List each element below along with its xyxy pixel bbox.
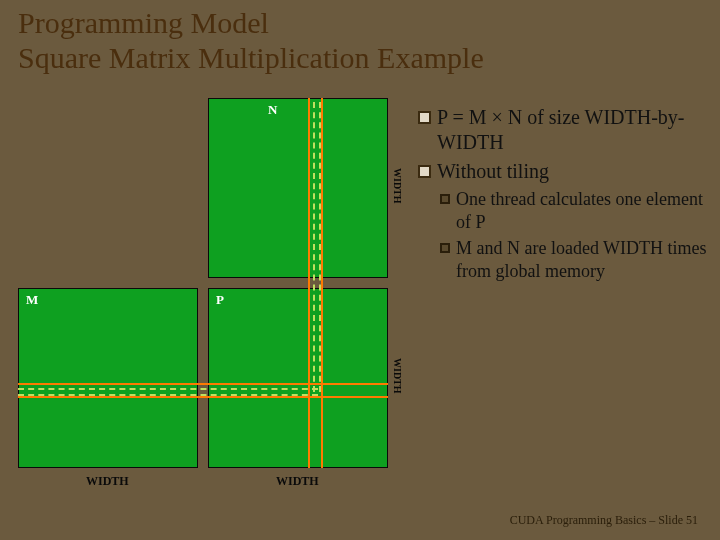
title-line-2: Square Matrix Multiplication Example: [18, 41, 484, 76]
matrix-n: [208, 98, 388, 278]
title-line-1: Programming Model: [18, 6, 484, 41]
row-dash-line: [18, 394, 318, 396]
matrix-diagram: N M P WIDTH WIDTH WIDTH WIDTH: [8, 98, 408, 508]
bullet-text: M and N are loaded WIDTH times from glob…: [456, 237, 708, 282]
sub-bullet-item: M and N are loaded WIDTH times from glob…: [440, 237, 708, 282]
slide-title: Programming Model Square Matrix Multipli…: [18, 6, 484, 75]
slide-footer: CUDA Programming Basics – Slide 51: [510, 513, 698, 528]
bullet-item: Without tiling: [418, 159, 708, 184]
column-dash-line: [319, 102, 321, 392]
matrix-p: [208, 288, 388, 468]
width-label-side-p: WIDTH: [392, 358, 403, 394]
bullet-list: P = M × N of size WIDTH-by-WIDTH Without…: [418, 105, 708, 286]
width-label-bottom-p: WIDTH: [276, 474, 319, 489]
width-label-side-n: WIDTH: [392, 168, 403, 204]
matrix-m: [18, 288, 198, 468]
bullet-icon: [418, 165, 431, 178]
matrix-label-n: N: [268, 102, 277, 118]
bullet-text: P = M × N of size WIDTH-by-WIDTH: [437, 105, 708, 155]
bullet-item: P = M × N of size WIDTH-by-WIDTH: [418, 105, 708, 155]
row-dash-line: [18, 388, 318, 390]
row-highlight-line: [18, 396, 388, 398]
row-highlight-line: [18, 383, 388, 385]
column-highlight-line: [321, 98, 323, 468]
column-dash-line: [313, 102, 315, 392]
bullet-icon: [440, 194, 450, 204]
bullet-text: Without tiling: [437, 159, 549, 184]
bullet-text: One thread calculates one element of P: [456, 188, 708, 233]
matrix-label-m: M: [26, 292, 38, 308]
matrix-label-p: P: [216, 292, 224, 308]
bullet-icon: [440, 243, 450, 253]
column-highlight-line: [308, 98, 310, 468]
width-label-bottom-m: WIDTH: [86, 474, 129, 489]
bullet-icon: [418, 111, 431, 124]
sub-bullet-item: One thread calculates one element of P: [440, 188, 708, 233]
